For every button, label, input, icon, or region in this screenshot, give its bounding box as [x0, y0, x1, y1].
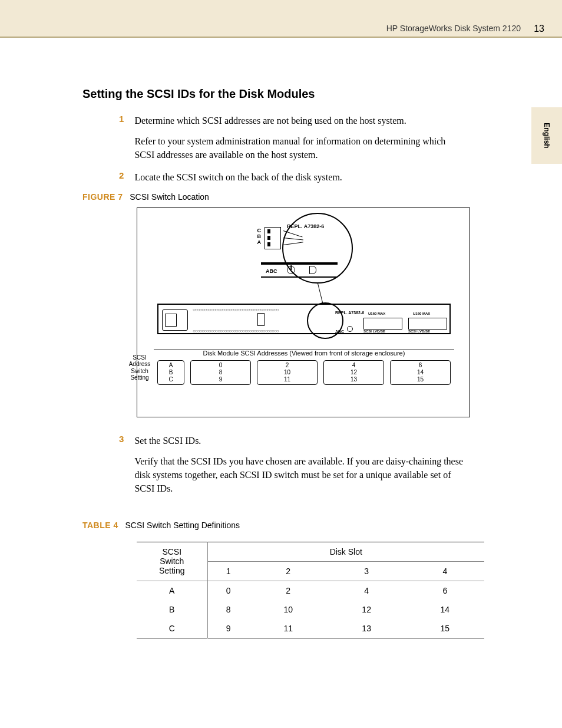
- rack-zoom-circle: [307, 302, 343, 339]
- step-text: Determine which SCSI addresses are not b…: [134, 114, 464, 162]
- step-number: 3: [119, 434, 132, 444]
- cell: 4: [328, 581, 406, 600]
- rack-power-icon: [347, 326, 353, 332]
- power-inlet-icon: [162, 309, 188, 331]
- step-subtext: Verify that the SCSI IDs you have chosen…: [134, 454, 464, 496]
- cell-setting: A: [137, 581, 207, 600]
- step-number: 1: [119, 114, 132, 124]
- cell: 2: [249, 581, 328, 600]
- scsi-connector-1: [363, 318, 402, 330]
- page-number: 13: [534, 24, 544, 34]
- th-switch: SCSI Switch Setting: [137, 542, 207, 581]
- th-diskslot: Disk Slot: [207, 542, 484, 561]
- th-col3: 3: [328, 561, 406, 581]
- cell: 13: [328, 619, 406, 638]
- slot-3: 41213: [323, 360, 384, 385]
- slot-4: 61415: [390, 360, 451, 385]
- step-2: 2 Locate the SCSI switch on the back of …: [137, 170, 489, 184]
- step-number: 2: [119, 170, 132, 180]
- cell: 12: [328, 600, 406, 619]
- table-tag: TABLE 4: [82, 521, 118, 530]
- figure-caption: SCSI Switch Location: [130, 192, 209, 202]
- language-tab-label: English: [543, 123, 551, 148]
- table-row: C 9 11 13 15: [137, 619, 484, 638]
- address-slots: Disk Module SCSI Addresses (Viewed from …: [157, 350, 451, 385]
- step-text-main: Set the SCSI IDs.: [134, 436, 201, 446]
- switch-settings-col: A B C: [157, 360, 184, 385]
- dip-switch-icon: [265, 227, 281, 249]
- th-col2: 2: [249, 561, 328, 581]
- cell: 0: [207, 581, 249, 600]
- running-header: HP StorageWorks Disk System 2120: [386, 24, 521, 33]
- slot-row: A B C 089 21011 41213 61415: [157, 360, 451, 385]
- content-area: Setting the SCSI IDs for the Disk Module…: [82, 87, 489, 638]
- u160-label-2: U160 MAX: [413, 312, 430, 315]
- switch-labels-cba: C B A: [253, 228, 261, 246]
- slot-2: 21011: [257, 360, 318, 385]
- table-row: A 0 2 4 6: [137, 581, 484, 600]
- language-tab: English: [531, 107, 562, 164]
- cell: 11: [249, 619, 328, 638]
- page: HP StorageWorks Disk System 2120 13 Engl…: [0, 0, 562, 728]
- step-subtext: Refer to your system administration manu…: [134, 134, 464, 162]
- cell: 8: [207, 600, 249, 619]
- lvd-label-1: SCSI LVD/SE: [363, 330, 385, 333]
- zoom-abc-label: ABC: [266, 268, 277, 274]
- steps-list: 1 Determine which SCSI addresses are not…: [137, 114, 489, 184]
- cell: 10: [249, 600, 328, 619]
- device-rear-panel: ○○○○○○○○○○○○○○○○○○○○○○○○○○○○○○○○○○○○○○ ○…: [157, 304, 451, 334]
- steps-list-after-figure: 3 Set the SCSI IDs. Verify that the SCSI…: [137, 434, 489, 496]
- figure-tag: FIGURE 7: [82, 192, 123, 202]
- step-1: 1 Determine which SCSI addresses are not…: [137, 114, 489, 162]
- th-col4: 4: [406, 561, 484, 581]
- th-col1: 1: [207, 561, 249, 581]
- cell: 6: [406, 581, 484, 600]
- figure-label: FIGURE 7 SCSI Switch Location: [82, 192, 489, 202]
- scsi-connector-2: [408, 318, 447, 330]
- section-heading: Setting the SCSI IDs for the Disk Module…: [82, 87, 489, 101]
- cell: 14: [406, 600, 484, 619]
- lvd-label-2: SCSI LVD/SE: [408, 330, 430, 333]
- table-label: TABLE 4 SCSI Switch Setting Definitions: [82, 521, 489, 530]
- table-header-row: SCSI Switch Setting Disk Slot: [137, 542, 484, 561]
- step-text-main: Determine which SCSI addresses are not b…: [134, 116, 406, 126]
- zoom-circle: [282, 213, 353, 284]
- step-text: Locate the SCSI switch on the back of th…: [134, 170, 464, 184]
- figure-7: REPL. A7382-6 C B A ABC: [137, 207, 470, 417]
- step-text: Set the SCSI IDs. Verify that the SCSI I…: [134, 434, 464, 496]
- slot-1: 089: [190, 360, 251, 385]
- dip-switch-mini-icon: [257, 313, 265, 326]
- cell: 9: [207, 619, 249, 638]
- table-caption: SCSI Switch Setting Definitions: [125, 521, 240, 530]
- switch-setting-label: SCSI Address Switch Setting: [121, 354, 158, 381]
- cell: 15: [406, 619, 484, 638]
- u160-label-1: U160 MAX: [368, 312, 385, 315]
- table-4: SCSI Switch Setting Disk Slot 1 2 3 4 A …: [137, 542, 484, 638]
- table-row: B 8 10 12 14: [137, 600, 484, 619]
- address-caption: Disk Module SCSI Addresses (Viewed from …: [157, 350, 451, 357]
- cell-setting: C: [137, 619, 207, 638]
- header-bar: HP StorageWorks Disk System 2120 13: [0, 0, 562, 38]
- cell-setting: B: [137, 600, 207, 619]
- step-3: 3 Set the SCSI IDs. Verify that the SCSI…: [137, 434, 489, 496]
